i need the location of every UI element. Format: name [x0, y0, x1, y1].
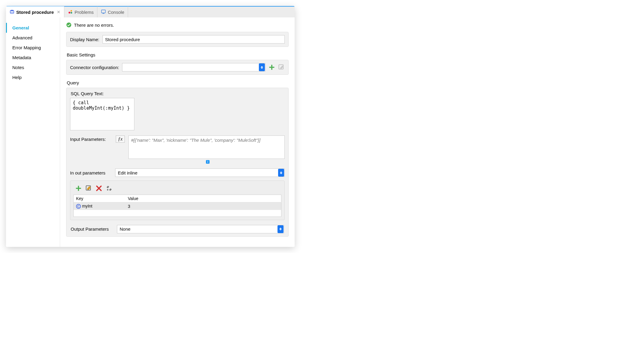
fx-button[interactable]: ƒx [116, 135, 125, 143]
svg-rect-8 [269, 67, 274, 68]
sidebar-item-notes[interactable]: Notes [6, 62, 60, 72]
edit-row-button[interactable] [85, 185, 92, 192]
status-text: There are no errors. [74, 23, 114, 28]
config-window: Stored procedure ✕ Problems Console Gene… [6, 6, 295, 247]
svg-rect-11 [76, 188, 81, 189]
tab-problems[interactable]: Problems [64, 6, 97, 18]
problems-icon [68, 9, 73, 15]
table-row[interactable]: CmyInt 3 [74, 202, 281, 210]
output-params-select[interactable]: None [117, 225, 284, 233]
database-icon [10, 9, 14, 15]
display-name-panel: Display Name: [66, 32, 289, 47]
svg-point-13 [107, 189, 109, 190]
select-value: Edit inline [115, 170, 278, 175]
connector-config-label: Connector configuration: [70, 65, 119, 70]
svg-rect-3 [71, 12, 72, 14]
svg-point-1 [69, 12, 70, 14]
display-name-label: Display Name: [70, 37, 100, 42]
svg-rect-4 [102, 10, 106, 13]
select-value: None [117, 226, 277, 232]
svg-point-0 [10, 10, 14, 11]
table-header-key: Key [74, 195, 126, 202]
table-row-empty[interactable] [74, 210, 281, 217]
add-row-button[interactable] [75, 185, 82, 192]
param-icon: C [76, 204, 81, 209]
cell-value: 3 [125, 202, 281, 210]
tools-button[interactable] [106, 185, 112, 192]
params-table-panel: Key Value CmyInt 3 [70, 181, 285, 220]
tab-label: Problems [75, 10, 94, 15]
table-toolbar [73, 184, 281, 195]
chevron-updown-icon [278, 169, 284, 177]
sidebar-item-advanced[interactable]: Advanced [6, 33, 60, 43]
edit-config-button[interactable] [278, 64, 285, 71]
chevron-updown-icon [259, 63, 265, 71]
sidebar-item-metadata[interactable]: Metadata [6, 53, 60, 62]
svg-point-2 [71, 10, 72, 11]
check-icon [66, 22, 72, 28]
sidebar-item-help[interactable]: Help [6, 72, 60, 82]
basic-settings-panel: Connector configuration: [66, 60, 289, 75]
svg-rect-5 [103, 13, 104, 14]
sql-query-label: SQL Query Text: [70, 91, 285, 98]
inout-params-label: In out parameters [70, 170, 112, 175]
svg-point-6 [66, 23, 71, 27]
connector-config-select[interactable] [122, 63, 265, 71]
console-icon [101, 9, 106, 15]
sidebar-item-general[interactable]: General [6, 23, 60, 33]
main-panel: There are no errors. Display Name: Basic… [60, 17, 295, 247]
inout-params-select[interactable]: Edit inline [115, 168, 285, 177]
status-row: There are no errors. [66, 20, 289, 32]
tab-label: Stored procedure [16, 10, 54, 15]
tabs-bar: Stored procedure ✕ Problems Console [6, 6, 295, 17]
tab-label: Console [108, 10, 124, 15]
sidebar-item-error-mapping[interactable]: Error Mapping [6, 43, 60, 53]
close-icon[interactable]: ✕ [57, 10, 60, 14]
cell-key: myInt [82, 204, 92, 208]
sql-query-textarea[interactable] [70, 98, 134, 130]
table-header-value: Value [125, 195, 281, 202]
tab-console[interactable]: Console [97, 6, 128, 18]
input-params-textarea[interactable] [128, 135, 285, 159]
tab-stored-procedure[interactable]: Stored procedure ✕ [6, 6, 64, 18]
output-params-label: Output Parameters [71, 226, 113, 232]
basic-settings-title: Basic Settings [66, 51, 289, 60]
info-icon: i [206, 160, 210, 164]
params-table: Key Value CmyInt 3 [73, 195, 281, 217]
chevron-updown-icon [278, 225, 284, 233]
delete-row-button[interactable] [96, 185, 102, 192]
query-title: Query [66, 79, 289, 88]
input-params-label: Input Parameters: [70, 135, 112, 142]
query-panel: SQL Query Text: Input Parameters: ƒx i I… [66, 88, 289, 237]
add-config-button[interactable] [268, 64, 275, 71]
sidebar: General Advanced Error Mapping Metadata … [6, 17, 60, 247]
display-name-input[interactable] [103, 35, 285, 44]
